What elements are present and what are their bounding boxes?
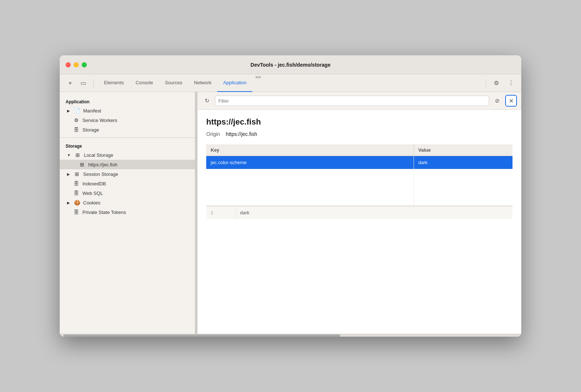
sidebar-item-label: Storage bbox=[82, 127, 99, 133]
sidebar-item-service-workers[interactable]: ⚙ Service Workers bbox=[60, 115, 195, 125]
app-section-title: Application bbox=[60, 96, 195, 106]
toolbar-divider bbox=[93, 79, 94, 88]
tab-console[interactable]: Console bbox=[130, 74, 159, 92]
chevron-right-icon: ▶ bbox=[67, 201, 70, 205]
toolbar-divider-right bbox=[486, 79, 486, 88]
window-title: DevTools - jec.fish/demo/storage bbox=[251, 62, 330, 68]
content-body: https://jec.fish Origin https://jec.fish… bbox=[197, 110, 521, 334]
database-icon: 🗄 bbox=[73, 127, 79, 133]
sidebar-item-local-storage[interactable]: ▼ ⊞ Local Storage bbox=[60, 150, 195, 160]
main-area: Application ▶ 📄 Manifest ⚙ Service Worke… bbox=[60, 92, 521, 334]
sidebar-item-label: Private State Tokens bbox=[82, 210, 126, 215]
tab-application[interactable]: Application bbox=[217, 74, 252, 92]
storage-table: Key Value jec.color-scheme dark bbox=[206, 144, 512, 206]
private-state-icon: 🗄 bbox=[73, 209, 79, 215]
detail-value: dark bbox=[236, 206, 512, 219]
close-traffic-light[interactable] bbox=[66, 62, 71, 67]
gear-icon: ⚙ bbox=[73, 117, 79, 123]
sidebar-item-cookies[interactable]: ▶ 🍪 Cookies bbox=[60, 198, 195, 207]
settings-icon[interactable]: ⚙ bbox=[491, 77, 502, 89]
tab-sources[interactable]: Sources bbox=[159, 74, 188, 92]
table-row[interactable]: jec.color-scheme dark bbox=[206, 156, 512, 169]
traffic-lights bbox=[66, 62, 87, 67]
devtools-window: DevTools - jec.fish/demo/storage ⌖ ▭ Ele… bbox=[60, 55, 521, 337]
sidebar-item-private-state-tokens[interactable]: 🗄 Private State Tokens bbox=[60, 207, 195, 217]
origin-row: Origin https://jec.fish bbox=[206, 131, 512, 137]
cell-value: dark bbox=[414, 156, 512, 169]
sidebar-item-label: Local Storage bbox=[84, 152, 113, 158]
sidebar-item-session-storage[interactable]: ▶ ⊞ Session Storage bbox=[60, 169, 195, 179]
tab-elements[interactable]: Elements bbox=[98, 74, 130, 92]
session-storage-icon: ⊞ bbox=[74, 171, 80, 177]
tab-network[interactable]: Network bbox=[188, 74, 218, 92]
filter-input[interactable] bbox=[215, 96, 489, 106]
bottom-section: 1 dark bbox=[206, 206, 512, 219]
col-value: Value bbox=[414, 144, 512, 156]
manifest-icon: 📄 bbox=[74, 108, 80, 114]
content-panel: ↻ ⊘ ✕ https://jec.fish Origin https://je… bbox=[197, 92, 521, 334]
sidebar-item-label: Web SQL bbox=[82, 191, 103, 196]
scrollbar-thumb[interactable] bbox=[63, 334, 340, 337]
minimize-traffic-light[interactable] bbox=[74, 62, 79, 67]
chevron-right-icon: ▶ bbox=[67, 172, 70, 176]
content-toolbar: ↻ ⊘ ✕ bbox=[197, 92, 521, 110]
sidebar-scrollbar[interactable] bbox=[60, 334, 521, 337]
more-tabs-button[interactable]: >> bbox=[252, 74, 264, 92]
sidebar-item-manifest[interactable]: ▶ 📄 Manifest bbox=[60, 106, 195, 115]
refresh-button[interactable]: ↻ bbox=[202, 96, 212, 106]
toolbar: ⌖ ▭ Elements Console Sources Network App… bbox=[60, 74, 521, 92]
sidebar-item-local-storage-jec[interactable]: ⊞ https://jec.fish bbox=[60, 160, 195, 169]
sidebar-divider bbox=[60, 137, 195, 138]
websql-icon: 🗄 bbox=[73, 190, 79, 196]
chevron-down-icon: ▼ bbox=[67, 153, 71, 157]
indexeddb-icon: 🗄 bbox=[73, 181, 79, 186]
sidebar-item-web-sql[interactable]: 🗄 Web SQL bbox=[60, 188, 195, 198]
device-icon[interactable]: ▭ bbox=[77, 77, 89, 89]
sidebar: Application ▶ 📄 Manifest ⚙ Service Worke… bbox=[60, 92, 195, 334]
more-options-icon[interactable]: ⋮ bbox=[505, 77, 517, 89]
table-empty-row bbox=[206, 169, 512, 206]
sidebar-item-label: Cookies bbox=[83, 200, 100, 206]
sidebar-item-label: IndexedDB bbox=[82, 181, 106, 186]
storage-section-title: Storage bbox=[60, 141, 195, 150]
toolbar-right-actions: ⚙ ⋮ bbox=[491, 77, 517, 89]
sidebar-item-storage-app[interactable]: 🗄 Storage bbox=[60, 125, 195, 134]
close-panel-button[interactable]: ✕ bbox=[505, 95, 517, 107]
detail-index: 1 bbox=[206, 206, 236, 219]
sidebar-item-label: Session Storage bbox=[83, 171, 118, 177]
title-bar: DevTools - jec.fish/demo/storage bbox=[60, 55, 521, 74]
sidebar-item-label: Manifest bbox=[83, 108, 101, 114]
origin-value: https://jec.fish bbox=[226, 131, 257, 137]
chevron-right-icon: ▶ bbox=[67, 109, 70, 113]
cookie-icon: 🍪 bbox=[74, 200, 80, 206]
cursor-icon[interactable]: ⌖ bbox=[64, 77, 76, 89]
sidebar-item-indexeddb[interactable]: 🗄 IndexedDB bbox=[60, 179, 195, 188]
toolbar-tabs: Elements Console Sources Network Applica… bbox=[98, 74, 481, 92]
fullscreen-traffic-light[interactable] bbox=[82, 62, 87, 67]
clear-filter-button[interactable]: ⊘ bbox=[492, 96, 502, 106]
origin-title: https://jec.fish bbox=[206, 117, 512, 127]
detail-row: 1 dark bbox=[206, 206, 512, 219]
cell-key: jec.color-scheme bbox=[206, 156, 414, 169]
sidebar-item-label: Service Workers bbox=[82, 118, 117, 123]
detail-table: 1 dark bbox=[206, 206, 512, 219]
origin-label: Origin bbox=[206, 131, 220, 137]
table-icon: ⊞ bbox=[79, 162, 85, 167]
local-storage-icon: ⊞ bbox=[74, 152, 81, 158]
sidebar-item-label: https://jec.fish bbox=[88, 162, 117, 167]
col-key: Key bbox=[206, 144, 414, 156]
